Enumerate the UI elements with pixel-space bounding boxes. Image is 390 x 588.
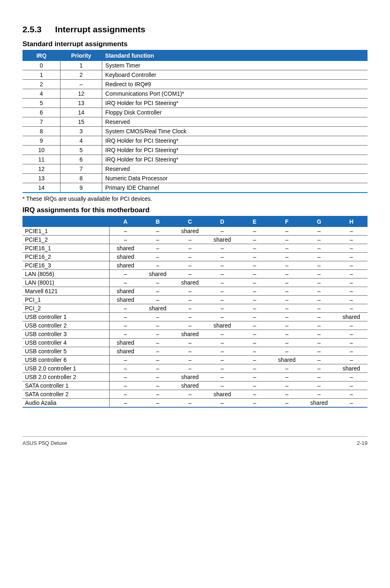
- irq-cell-value: –: [303, 287, 335, 296]
- table-row: LAN (8001)––shared–––––: [22, 278, 368, 287]
- table-row: 12Keyboard Controller: [22, 70, 368, 80]
- irq-cell-value: shared: [109, 296, 141, 304]
- table-row: PCIE1_1––shared–––––: [22, 227, 368, 236]
- std-cell-priority: 2: [61, 70, 102, 80]
- irq-cell-value: shared: [174, 382, 206, 390]
- irq-cell-value: –: [206, 373, 238, 382]
- section-heading: 2.5.3 Interrupt assignments: [22, 25, 368, 34]
- irq-cell-value: –: [141, 253, 174, 261]
- irq-cell-value: –: [303, 253, 335, 261]
- irq-cell-value: –: [174, 287, 206, 296]
- irq-cell-value: –: [206, 330, 238, 339]
- irq-cell-value: shared: [206, 390, 238, 399]
- irq-cell-value: –: [335, 278, 368, 287]
- std-cell-priority: 9: [61, 183, 102, 193]
- irq-cell-value: –: [271, 304, 303, 313]
- irq-cell-value: shared: [174, 227, 206, 236]
- std-cell-function: IRQ Holder for PCI Steering*: [102, 146, 368, 155]
- std-cell-priority: 7: [61, 164, 102, 174]
- irq-cell-value: –: [141, 287, 174, 296]
- irq-cell-value: –: [174, 270, 206, 278]
- irq-cell-value: –: [206, 296, 238, 304]
- table-row: PCI_2–shared––––––: [22, 304, 368, 313]
- irq-cell-value: –: [141, 227, 174, 236]
- std-cell-priority: 3: [61, 127, 102, 136]
- std-cell-irq: 5: [22, 99, 61, 108]
- std-cell-function: Redirect to IRQ#9: [102, 80, 368, 89]
- std-cell-irq: 13: [22, 174, 61, 183]
- irq-cell-value: –: [238, 253, 271, 261]
- std-cell-function: System Timer: [102, 61, 368, 70]
- std-cell-function: Primary IDE Channel: [102, 183, 368, 193]
- irq-cell-value: –: [109, 236, 141, 244]
- irq-cell-value: –: [303, 330, 335, 339]
- irq-cell-value: shared: [141, 304, 174, 313]
- irq-header-col: C: [174, 216, 206, 227]
- irq-cell-value: shared: [109, 347, 141, 356]
- irq-cell-value: –: [303, 313, 335, 321]
- irq-cell-value: shared: [174, 373, 206, 382]
- irq-cell-value: –: [303, 356, 335, 364]
- irq-cell-value: –: [141, 321, 174, 330]
- irq-cell-value: –: [271, 313, 303, 321]
- std-cell-function: System CMOS/Real Time Clock: [102, 127, 368, 136]
- irq-cell-value: shared: [141, 270, 174, 278]
- irq-cell-value: –: [238, 321, 271, 330]
- irq-cell-value: –: [206, 227, 238, 236]
- irq-cell-value: shared: [109, 287, 141, 296]
- irq-cell-value: shared: [109, 253, 141, 261]
- irq-header-col: B: [141, 216, 174, 227]
- irq-cell-name: USB controller 4: [22, 339, 109, 347]
- irq-cell-value: –: [206, 347, 238, 356]
- table-row: 127Reserved: [22, 164, 368, 174]
- irq-cell-value: –: [206, 278, 238, 287]
- irq-cell-value: –: [335, 236, 368, 244]
- irq-cell-value: –: [174, 399, 206, 408]
- std-header-irq: IRQ: [22, 50, 61, 61]
- irq-cell-value: –: [206, 399, 238, 408]
- irq-cell-value: –: [335, 382, 368, 390]
- std-cell-irq: 4: [22, 89, 61, 99]
- irq-cell-value: shared: [109, 244, 141, 253]
- irq-cell-name: USB controller 1: [22, 313, 109, 321]
- irq-cell-value: –: [206, 287, 238, 296]
- table-row: 2–Redirect to IRQ#9: [22, 80, 368, 89]
- irq-cell-value: –: [174, 296, 206, 304]
- irq-cell-name: PCI_2: [22, 304, 109, 313]
- irq-cell-name: USB controller 6: [22, 356, 109, 364]
- irq-cell-value: shared: [206, 236, 238, 244]
- table-row: Marvell 6121shared–––––––: [22, 287, 368, 296]
- std-cell-irq: 2: [22, 80, 61, 89]
- irq-cell-value: –: [271, 364, 303, 373]
- table-row: PCIE16_2shared–––––––: [22, 253, 368, 261]
- irq-cell-value: –: [303, 296, 335, 304]
- irq-cell-value: –: [174, 356, 206, 364]
- std-cell-priority: 13: [61, 99, 102, 108]
- std-cell-irq: 1: [22, 70, 61, 80]
- irq-cell-value: –: [238, 304, 271, 313]
- irq-cell-value: –: [109, 390, 141, 399]
- irq-cell-name: SATA controller 1: [22, 382, 109, 390]
- irq-cell-value: –: [335, 373, 368, 382]
- irq-cell-name: USB controller 5: [22, 347, 109, 356]
- irq-cell-value: –: [109, 313, 141, 321]
- std-cell-irq: 7: [22, 117, 61, 127]
- table-row: USB controller 1–––––––shared: [22, 313, 368, 321]
- irq-cell-value: –: [303, 244, 335, 253]
- irq-cell-value: –: [141, 382, 174, 390]
- irq-cell-value: –: [238, 364, 271, 373]
- irq-assignments-table: ABCDEFGH PCIE1_1––shared–––––PCIE1_2–––s…: [22, 216, 368, 408]
- irq-cell-value: –: [303, 390, 335, 399]
- irq-cell-value: –: [303, 339, 335, 347]
- irq-cell-value: –: [335, 287, 368, 296]
- table-row: SATA controller 1––shared–––––: [22, 382, 368, 390]
- irq-cell-value: –: [109, 399, 141, 408]
- irq-cell-value: –: [271, 399, 303, 408]
- irq-cell-value: –: [174, 364, 206, 373]
- irq-cell-value: –: [335, 330, 368, 339]
- irq-cell-value: shared: [303, 399, 335, 408]
- irq-cell-value: –: [206, 244, 238, 253]
- irq-cell-value: –: [238, 270, 271, 278]
- irq-cell-value: –: [271, 227, 303, 236]
- irq-cell-value: –: [141, 339, 174, 347]
